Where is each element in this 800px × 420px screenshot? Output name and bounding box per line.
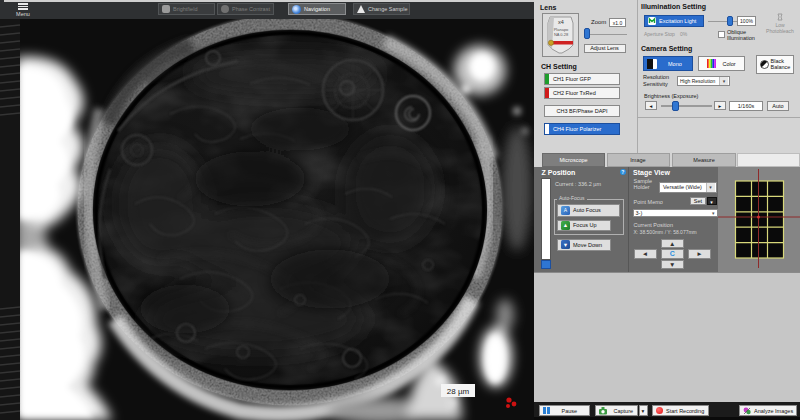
svg-text:x4: x4 [558, 19, 564, 25]
svg-text:NA 0.28: NA 0.28 [554, 32, 569, 37]
svg-text:28 µm: 28 µm [447, 387, 470, 396]
